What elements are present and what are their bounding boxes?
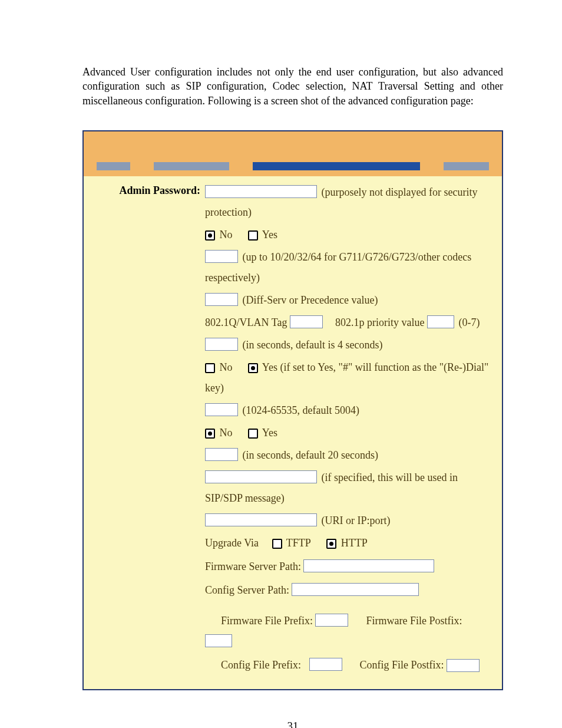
diffserv-input[interactable] [205, 293, 238, 306]
radio2-no-label: No [220, 427, 233, 439]
cfg-server-label: Config Server Path: [205, 584, 289, 596]
fw-postfix-label: Firmware File Postfix: [366, 615, 462, 627]
diffserv-note: (Diff-Serv or Precedence value) [243, 294, 378, 306]
fw-postfix-input[interactable] [205, 634, 232, 647]
config-form-frame: Admin Password: (purposely not displayed… [82, 130, 503, 690]
cfg-postfix-label: Config File Postfix: [360, 659, 444, 671]
pound-radio-yes[interactable] [248, 363, 258, 373]
vlan-tag-input[interactable] [290, 315, 323, 328]
upgrade-via-label: Upgrade Via [205, 537, 259, 549]
upgrade-radio-http[interactable] [326, 539, 336, 549]
rtp-port-note: (1024-65535, default 5004) [243, 404, 359, 416]
radio2-no[interactable] [205, 429, 215, 439]
upgrade-http-label: HTTP [341, 537, 368, 549]
seconds4-note: (in seconds, default is 4 seconds) [243, 339, 383, 351]
rtp-port-input[interactable] [205, 403, 238, 416]
seconds20-input[interactable] [205, 448, 238, 461]
tab-strip [84, 162, 502, 176]
radio-yes-label: Yes [262, 229, 277, 241]
tab-item[interactable] [444, 162, 489, 170]
page-number: 31 [82, 720, 503, 728]
admin-password-label: Admin Password: [90, 182, 205, 197]
radio2-yes-label: Yes [262, 427, 277, 439]
admin-password-input[interactable] [205, 185, 317, 198]
vlan-priority-input[interactable] [427, 315, 454, 328]
cfg-prefix-input[interactable] [309, 658, 342, 671]
frames-tx-note: (up to 10/20/32/64 for G711/G726/G723/ot… [205, 251, 471, 283]
fw-server-input[interactable] [303, 559, 434, 572]
upgrade-tftp-label: TFTP [286, 537, 311, 549]
vlan-priority-label: 802.1p priority value [335, 317, 424, 328]
radio-yes[interactable] [248, 230, 258, 241]
radio-no[interactable] [205, 230, 215, 241]
tab-item-active[interactable] [253, 162, 421, 170]
frames-tx-input[interactable] [205, 250, 238, 263]
tab-item[interactable] [154, 162, 229, 170]
pound-no-label: No [220, 361, 233, 373]
pound-radio-no[interactable] [205, 363, 215, 373]
vlan-tag-label: 802.1Q/VLAN Tag [205, 317, 287, 328]
fw-prefix-input[interactable] [315, 614, 348, 627]
upgrade-radio-tftp[interactable] [272, 539, 282, 549]
fw-prefix-label: Firmware File Prefix: [221, 615, 313, 627]
uri-input[interactable] [205, 513, 317, 526]
cfg-server-input[interactable] [292, 583, 419, 596]
sip-sdp-input[interactable] [205, 470, 317, 483]
seconds4-input[interactable] [205, 338, 238, 351]
vlan-range-note: (0-7) [458, 317, 480, 328]
intro-paragraph: Advanced User configuration includes not… [82, 65, 503, 108]
radio-no-label: No [220, 229, 233, 241]
fw-server-label: Firmware Server Path: [205, 561, 301, 572]
uri-note: (URI or IP:port) [322, 515, 391, 526]
tab-item[interactable] [97, 162, 130, 170]
seconds20-note: (in seconds, default 20 seconds) [243, 449, 378, 461]
cfg-postfix-input[interactable] [447, 659, 480, 672]
cfg-prefix-label: Config File Prefix: [221, 659, 301, 671]
form-header-spacer [84, 131, 502, 162]
form-body: Admin Password: (purposely not displayed… [84, 176, 502, 689]
radio2-yes[interactable] [248, 429, 258, 439]
